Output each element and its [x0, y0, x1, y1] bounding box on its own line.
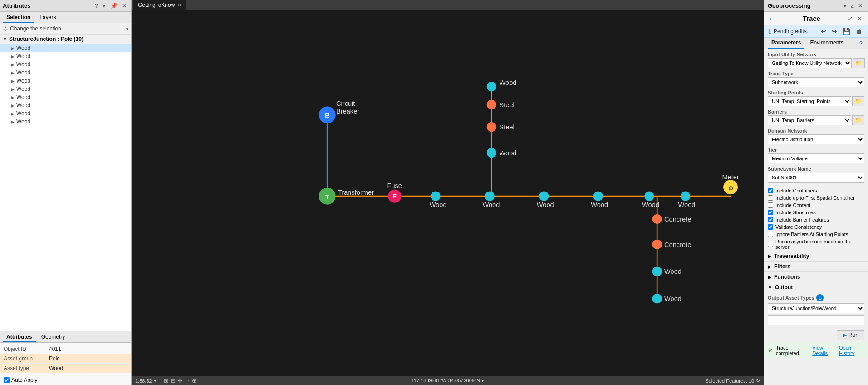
map-tab-close-icon[interactable]: ✕ [177, 2, 181, 8]
redo-btn[interactable]: ↪ [830, 27, 839, 35]
first-spatial-checkbox[interactable] [768, 195, 773, 201]
close-right-btn[interactable]: ✕ [857, 2, 864, 10]
tree-item[interactable]: ▶ Wood [0, 77, 131, 85]
tree-item[interactable]: ▶ Wood [0, 85, 131, 93]
input-utility-network-folder-btn[interactable]: 📁 [853, 58, 865, 68]
refresh-btn[interactable]: ↻ [756, 378, 760, 384]
nav-icon-1[interactable]: ⊞ [164, 377, 169, 384]
tier-select[interactable]: Medium Voltage [768, 153, 864, 163]
output-section-body: Output Asset Types ⊙ StructureJunction/P… [764, 292, 868, 327]
output-asset-input[interactable] [768, 315, 864, 325]
include-content-checkbox[interactable] [768, 202, 773, 208]
tree-item-label: Wood [16, 78, 30, 84]
right-info-btn[interactable]: ? [858, 38, 864, 49]
tree-item[interactable]: ▶ Wood [0, 118, 131, 126]
barriers-label: Barriers [768, 109, 864, 114]
tree-item-label: Wood [16, 86, 30, 92]
close-left-panel-button[interactable]: ✕ [121, 2, 128, 10]
svg-point-34 [644, 192, 654, 201]
trace-close-btn[interactable]: ✕ [856, 15, 863, 22]
svg-point-18 [487, 82, 496, 91]
nav-icon-4[interactable]: ↔ [184, 377, 190, 384]
run-button[interactable]: ▶ Run [837, 330, 864, 340]
tree-item[interactable]: ▶ Wood [0, 52, 131, 60]
tab-selection[interactable]: Selection [3, 13, 34, 23]
view-details-link[interactable]: View Details [812, 345, 836, 356]
collapse-button[interactable]: ▾ [101, 2, 107, 10]
discard-btn[interactable]: 🗑 [854, 27, 863, 35]
barriers-folder-btn[interactable]: 📁 [852, 115, 864, 125]
auto-apply-checkbox[interactable] [4, 377, 10, 383]
starting-points-folder-btn[interactable]: 📁 [852, 96, 864, 106]
attr-table: Object ID 4011 Asset group Pole Asset ty… [0, 343, 131, 375]
domain-network-select[interactable]: ElectricDistribution [768, 134, 864, 144]
coords-dropdown-icon[interactable]: ▾ [481, 378, 484, 383]
tree-item-label: Wood [16, 102, 30, 109]
collapse-right-btn[interactable]: ▾ [842, 2, 848, 10]
svg-text:Concrete: Concrete [664, 216, 691, 223]
include-containers-label: Include Containers [775, 188, 817, 193]
nav-icon-2[interactable]: ⊟ [171, 377, 176, 384]
attr-row-assetgroup: Asset group Pole [0, 354, 131, 364]
pin-button[interactable]: 📌 [109, 2, 119, 10]
attr-tab-geometry[interactable]: Geometry [38, 332, 69, 342]
tree-item[interactable]: ▶ Wood [0, 109, 131, 118]
trace-type-select[interactable]: Subnetwork [768, 77, 864, 87]
map-tab-label: GettingToKnow [138, 2, 175, 8]
attr-key-assettype: Asset type [4, 365, 49, 371]
include-content-label: Include Content [775, 202, 810, 208]
selection-dropdown-arrow[interactable]: ▾ [126, 26, 128, 31]
map-canvas[interactable]: B Circuit Breaker T Transformer F Fuse ⊙… [132, 10, 764, 376]
include-containers-checkbox[interactable] [768, 188, 773, 193]
input-utility-network-select[interactable]: Getting To Know Utility Network [768, 58, 852, 68]
output-asset-types-select[interactable]: StructureJunction/Pole/Wood [768, 303, 864, 313]
map-tab-getting-to-know[interactable]: GettingToKnow ✕ [133, 0, 186, 10]
output-section-header[interactable]: ▼ Output [764, 282, 868, 292]
tree-item[interactable]: ▶ Wood [0, 101, 131, 109]
subnetwork-name-select[interactable]: SubNet001 [768, 173, 864, 183]
save-btn[interactable]: 💾 [841, 27, 852, 35]
tree-item[interactable]: ▶ Wood [0, 60, 131, 69]
barriers-select[interactable]: UN_Temp_Barriers [768, 115, 851, 125]
coords-value: 117.1839591°W 34.0572009°N [411, 378, 481, 383]
include-barrier-checkbox[interactable] [768, 217, 773, 222]
functions-expand-arrow: ▶ [768, 275, 771, 280]
subtab-environments[interactable]: Environments [806, 38, 847, 49]
async-checkbox[interactable] [768, 242, 773, 247]
selected-features-icon: ⋮ [698, 378, 703, 384]
back-btn[interactable]: ← [769, 15, 775, 22]
svg-text:Wood: Wood [664, 268, 682, 275]
selected-features: ⋮ Selected Features: 10 ↻ [698, 378, 760, 384]
open-history-link[interactable]: Open History [839, 345, 864, 356]
trace-expand-btn[interactable]: ⤢ [846, 15, 854, 22]
pending-edits-text: Pending edits. [774, 28, 817, 35]
right-panel-title: Geoprocessing [768, 2, 811, 9]
expand-right-btn[interactable]: ▵ [849, 2, 855, 10]
filters-section[interactable]: ▶ Filters [764, 261, 868, 271]
tree-item[interactable]: ▶ Wood [0, 44, 131, 52]
tree-item[interactable]: ▶ Wood [0, 69, 131, 77]
subtab-parameters[interactable]: Parameters [768, 38, 804, 49]
scale-dropdown-icon[interactable]: ▾ [154, 378, 157, 384]
attribute-tree: ▼ StructureJunction : Pole (10) ▶ Wood ▶… [0, 35, 131, 331]
output-label: Output [775, 284, 793, 291]
ignore-barriers-checkbox[interactable] [768, 232, 773, 237]
scale-value: 1:88.52 [135, 378, 152, 384]
tree-item-label: Wood [16, 110, 30, 117]
tab-layers[interactable]: Layers [36, 13, 59, 23]
include-structures-checkbox[interactable] [768, 210, 773, 215]
tree-item-label: Wood [16, 118, 30, 125]
checkbox-include-containers: Include Containers [764, 187, 868, 194]
checkbox-include-content: Include Content [764, 202, 868, 209]
traversability-section[interactable]: ▶ Traversability [764, 251, 868, 261]
attr-tab-attributes[interactable]: Attributes [3, 332, 36, 342]
nav-icon-5[interactable]: ⊕ [192, 377, 197, 384]
tree-item[interactable]: ▶ Wood [0, 93, 131, 101]
svg-text:Wood: Wood [537, 201, 554, 208]
validate-checkbox[interactable] [768, 224, 773, 230]
nav-icon-3[interactable]: ✛ [177, 377, 182, 384]
undo-btn[interactable]: ↩ [819, 27, 828, 35]
functions-section[interactable]: ▶ Functions [764, 271, 868, 282]
starting-points-select[interactable]: UN_Temp_Starting_Points [768, 96, 851, 106]
help-button[interactable]: ? [93, 2, 99, 10]
